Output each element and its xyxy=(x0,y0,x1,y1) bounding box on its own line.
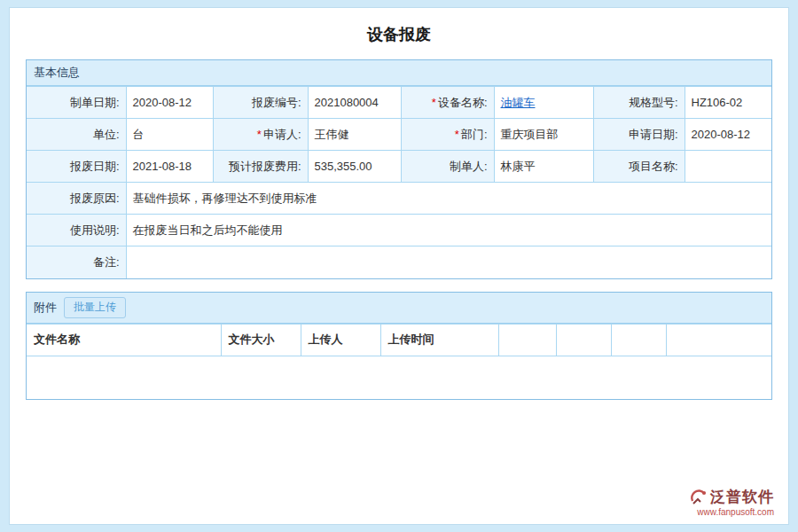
field-label: 制单日期: xyxy=(70,96,120,109)
field-unit-value: 台 xyxy=(126,119,213,151)
column-header-filesize: 文件大小 xyxy=(221,324,301,356)
field-label: 使用说明: xyxy=(70,223,120,237)
field-applicant-label: *申请人: xyxy=(213,119,308,151)
table-row: 使用说明: 在报废当日和之后均不能使用 xyxy=(27,215,771,246)
field-estimated-cost-value: 535,355.00 xyxy=(308,151,401,183)
field-label: 预计报废费用: xyxy=(229,160,301,173)
attachments-table: 文件名称 文件大小 上传人 上传时间 xyxy=(27,324,771,356)
field-project-name-value xyxy=(685,151,771,183)
brand-row: 泛普软件 xyxy=(690,489,774,506)
field-label: 设备名称: xyxy=(438,96,488,109)
field-estimated-cost-label: 预计报废费用: xyxy=(213,151,308,183)
field-department-value: 重庆项目部 xyxy=(494,119,593,151)
attachments-empty-list xyxy=(27,356,771,399)
basic-info-section-header: 基本信息 xyxy=(27,60,771,86)
field-equipment-name-label: *设备名称: xyxy=(401,87,494,119)
field-usage-note-label: 使用说明: xyxy=(27,215,126,246)
field-apply-date-label: 申请日期: xyxy=(593,119,685,151)
field-label: 单位: xyxy=(93,128,120,141)
field-creator-label: 制单人: xyxy=(401,151,494,183)
brand-name: 泛普软件 xyxy=(710,489,774,506)
table-row: 报废原因: 基础件损坏，再修理达不到使用标准 xyxy=(27,183,771,215)
field-scrap-no-label: 报废编号: xyxy=(213,87,308,119)
attachments-header-row: 文件名称 文件大小 上传人 上传时间 xyxy=(27,324,771,356)
field-model-value: HZ106-02 xyxy=(685,87,771,119)
field-project-name-label: 项目名称: xyxy=(593,151,685,183)
field-applicant-value: 王伟健 xyxy=(308,119,401,151)
attachments-section: 附件 批量上传 文件名称 文件大小 上传人 上传时间 xyxy=(26,292,772,400)
required-asterisk: * xyxy=(432,96,436,109)
column-header-uploader: 上传人 xyxy=(301,324,380,356)
field-scrap-no-value: 2021080004 xyxy=(308,87,401,119)
field-label: 项目名称: xyxy=(629,160,678,173)
field-label: 部门: xyxy=(461,128,488,141)
table-row: 单位: 台 *申请人: 王伟健 *部门: 重庆项目部 申请日期: 2020-08… xyxy=(27,119,771,151)
field-remark-label: 备注: xyxy=(27,246,126,278)
field-unit-label: 单位: xyxy=(27,119,126,151)
field-scrap-date-label: 报废日期: xyxy=(27,151,126,183)
column-header-upload-time: 上传时间 xyxy=(380,324,498,356)
main-card: 设备报废 基本信息 制单日期: 2020-08-12 报废编号: 2021080… xyxy=(9,7,789,525)
column-header-empty xyxy=(666,324,771,356)
field-creator-value: 林康平 xyxy=(494,151,593,183)
field-scrap-date-value: 2021-08-18 xyxy=(126,151,213,183)
table-row: 制单日期: 2020-08-12 报废编号: 2021080004 *设备名称:… xyxy=(27,87,771,119)
column-header-empty xyxy=(556,324,611,356)
column-header-empty xyxy=(498,324,556,356)
field-label: 规格型号: xyxy=(629,96,678,109)
basic-info-section: 基本信息 制单日期: 2020-08-12 报废编号: 2021080004 *… xyxy=(26,59,772,279)
brand-website-link[interactable]: www.fanpusoft.com xyxy=(690,507,774,517)
field-label: 申请日期: xyxy=(629,128,678,141)
basic-info-section-title: 基本信息 xyxy=(34,65,80,81)
field-apply-date-value: 2020-08-12 xyxy=(685,119,771,151)
field-equipment-name-value: 油罐车 xyxy=(494,87,593,119)
column-header-empty xyxy=(611,324,666,356)
field-model-label: 规格型号: xyxy=(593,87,685,119)
attachments-section-header: 附件 批量上传 xyxy=(27,293,771,324)
field-label: 申请人: xyxy=(263,128,301,141)
field-label: 报废原因: xyxy=(70,192,120,205)
column-header-filename: 文件名称 xyxy=(27,324,221,356)
required-asterisk: * xyxy=(257,128,262,141)
table-row: 备注: xyxy=(27,246,771,278)
page-title: 设备报废 xyxy=(26,8,772,59)
fanpu-logo-icon xyxy=(690,489,708,506)
equipment-name-link[interactable]: 油罐车 xyxy=(501,96,536,109)
field-label: 备注: xyxy=(93,255,120,269)
field-label: 报废编号: xyxy=(252,96,301,109)
field-remark-value xyxy=(126,246,771,278)
field-label: 报废日期: xyxy=(70,160,120,173)
basic-info-table: 制单日期: 2020-08-12 报废编号: 2021080004 *设备名称:… xyxy=(27,86,771,278)
field-scrap-reason-label: 报废原因: xyxy=(27,183,126,215)
batch-upload-button[interactable]: 批量上传 xyxy=(64,297,126,318)
field-scrap-reason-value: 基础件损坏，再修理达不到使用标准 xyxy=(126,183,771,215)
field-create-date-label: 制单日期: xyxy=(27,87,126,119)
attachments-section-title: 附件 xyxy=(34,300,57,316)
field-usage-note-value: 在报废当日和之后均不能使用 xyxy=(126,215,771,246)
table-row: 报废日期: 2021-08-18 预计报废费用: 535,355.00 制单人:… xyxy=(27,151,771,183)
required-asterisk: * xyxy=(455,128,459,141)
footer-brand: 泛普软件 www.fanpusoft.com xyxy=(690,489,774,517)
field-department-label: *部门: xyxy=(401,119,494,151)
field-create-date-value: 2020-08-12 xyxy=(126,87,213,119)
field-label: 制单人: xyxy=(450,160,488,173)
